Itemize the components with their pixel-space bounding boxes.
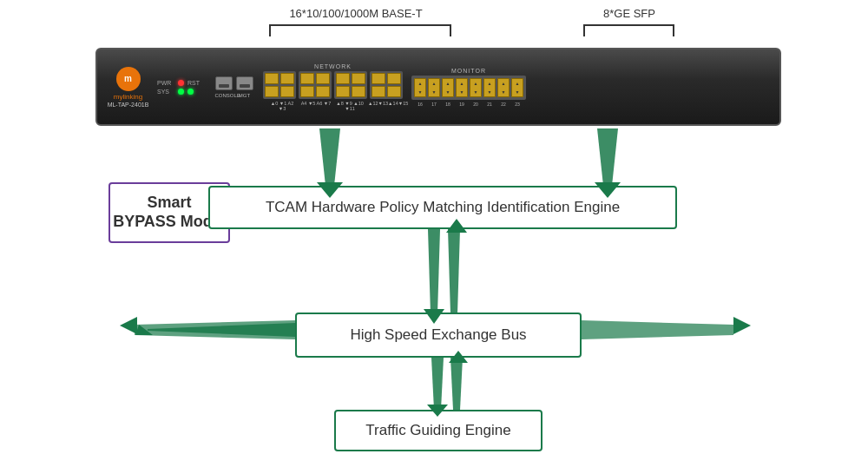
network-quad-1 <box>263 71 296 99</box>
monitor-title: MONITOR <box>451 68 486 74</box>
port-15 <box>387 86 401 97</box>
sys-label: SYS <box>157 89 174 95</box>
pwr-row: PWR RST <box>157 80 205 86</box>
network-port-group <box>263 71 403 99</box>
port-0 <box>265 73 279 84</box>
network-quad-3 <box>334 71 367 99</box>
network-quad-4 <box>370 71 403 99</box>
network-title: NETWORK <box>314 63 352 69</box>
arrowhead-right <box>733 317 751 334</box>
port-11 <box>352 86 365 97</box>
sfp-23 <box>511 78 523 97</box>
bracket-base-t <box>269 24 451 36</box>
mgt-port <box>236 76 253 90</box>
sfp-16 <box>414 78 426 97</box>
monitor-section: MONITOR 16 17 18 19 20 21 22 23 <box>411 68 526 107</box>
network-section: NETWORK <box>263 63 403 111</box>
hseb-engine-text: High Speed Exchange Bus <box>350 326 526 344</box>
arrow-network-left-to-tcam <box>319 128 340 186</box>
tcam-engine-text: TCAM Hardware Policy Matching Identifica… <box>266 199 620 216</box>
rst-label: RST <box>187 80 205 86</box>
console-label: CONSOLE <box>215 93 233 98</box>
port-4 <box>300 73 314 84</box>
network-quad-2 <box>299 71 332 99</box>
port-2 <box>265 86 279 97</box>
sfp-21 <box>483 78 496 97</box>
brand-name: mylinking <box>114 93 142 101</box>
pwr-label: PWR <box>157 80 174 86</box>
sfp-label: 8*GE SFP <box>582 7 677 20</box>
network-port-labels: ▲0 ▼1 A2 ▼3 A4 ▼5 A6 ▼7 ▲8 ▼9 ▲10 ▼11 ▲1… <box>266 101 399 111</box>
arrow-tcam-to-hseb <box>428 229 440 314</box>
rj45-pair <box>215 76 253 90</box>
base-t-label: 16*10/100/1000M BASE-T <box>260 7 451 20</box>
console-mgt-ports: CONSOLE MGT <box>210 76 258 98</box>
rst-led <box>187 89 194 95</box>
port-5 <box>316 73 330 84</box>
sfp-20 <box>470 78 482 97</box>
port-13 <box>387 73 401 84</box>
arrow-hseb-to-tge <box>431 358 444 410</box>
tge-engine-text: Traffic Guiding Engine <box>365 422 510 439</box>
arrow-hseb-left <box>148 323 295 337</box>
hseb-engine-box: High Speed Exchange Bus <box>295 313 582 358</box>
device-logo: m mylinking ML-TAP-2401B <box>104 67 152 108</box>
bracket-sfp <box>583 24 674 36</box>
sfp-17 <box>428 78 440 97</box>
arrowhead-hseb-left <box>135 325 153 335</box>
arrowhead-left2 <box>120 317 137 334</box>
sfp-labels: 16 17 18 19 20 21 22 23 <box>414 102 523 107</box>
sfp-port-group <box>411 76 526 100</box>
port-1 <box>280 73 294 84</box>
model-name: ML-TAP-2401B <box>108 102 149 108</box>
console-port <box>215 76 233 90</box>
tge-engine-box: Traffic Guiding Engine <box>334 410 542 451</box>
sys-row: SYS <box>157 89 205 95</box>
port-8 <box>336 73 350 84</box>
mgt-label: MGT <box>236 93 253 98</box>
arrow-hseb-right <box>582 320 733 339</box>
status-leds: PWR RST SYS <box>157 80 205 95</box>
sfp-18 <box>442 78 454 97</box>
sfp-22 <box>497 78 510 97</box>
port-10 <box>336 86 350 97</box>
sys-led <box>178 89 184 95</box>
port-12 <box>372 73 385 84</box>
pwr-led <box>178 80 184 86</box>
console-labels: CONSOLE MGT <box>215 93 253 98</box>
port-6 <box>300 86 314 97</box>
arrow-tge-to-hseb <box>450 358 463 410</box>
tcam-engine-box: TCAM Hardware Policy Matching Identifica… <box>208 186 677 229</box>
port-9 <box>352 73 365 84</box>
device-chassis: m mylinking ML-TAP-2401B PWR RST SYS CON… <box>95 48 781 126</box>
arrow-sfp-to-tcam <box>597 128 618 186</box>
sfp-19 <box>456 78 468 97</box>
arrow-hseb-to-tcam <box>448 229 460 314</box>
arrow-hseb-left2 <box>135 320 295 339</box>
port-14 <box>372 86 385 97</box>
port-7 <box>316 86 330 97</box>
port-3 <box>280 86 294 97</box>
brand-icon: m <box>116 67 141 91</box>
